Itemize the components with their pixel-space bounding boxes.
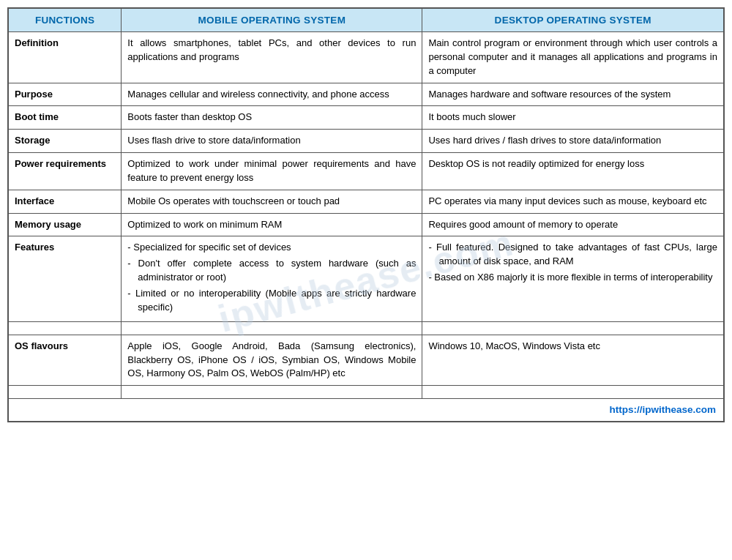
desktop-purpose: Manages hardware and software resources … <box>422 83 724 106</box>
table-header-row: FUNCTIONS MOBILE OPERATING SYSTEM DESKTO… <box>8 8 724 32</box>
table-row: Definition It allows smartphones, tablet… <box>8 32 724 83</box>
table-row: Memory usage Optimized to work on minimu… <box>8 213 724 236</box>
footer-link[interactable]: https://ipwithease.com <box>609 404 716 415</box>
function-purpose: Purpose <box>8 83 122 106</box>
function-memory: Memory usage <box>8 213 122 236</box>
mobile-os-flavours: Apple iOS, Google Android, Bada (Samsung… <box>122 335 422 386</box>
desktop-interface: PC operates via many input devices such … <box>422 190 724 213</box>
empty-row <box>8 321 724 335</box>
empty-row-2 <box>8 386 724 399</box>
mobile-features: Specialized for specific set of devices … <box>122 236 422 321</box>
desktop-os-flavours: Windows 10, MacOS, Windows Vista etc <box>422 335 724 386</box>
mobile-storage: Uses flash drive to store data/informati… <box>122 130 422 153</box>
mobile-memory: Optimized to work on minimum RAM <box>122 213 422 236</box>
header-functions: FUNCTIONS <box>8 8 122 32</box>
list-item: Based on X86 majorly it is more flexible… <box>428 271 717 285</box>
function-interface: Interface <box>8 190 122 213</box>
table-row: Interface Mobile Os operates with touchs… <box>8 190 724 213</box>
mobile-power: Optimized to work under minimal power re… <box>122 153 422 190</box>
function-os-flavours: OS flavours <box>8 335 122 386</box>
list-item: Limited or no interoperability (Mobile a… <box>127 287 416 315</box>
list-item: Specialized for specific set of devices <box>127 241 416 255</box>
function-definition: Definition <box>8 32 122 83</box>
function-boot-time: Boot time <box>8 106 122 130</box>
table-row: Purpose Manages cellular and wireless co… <box>8 83 724 106</box>
list-item: Don't offer complete access to system ha… <box>127 257 416 285</box>
table-row: Features Specialized for specific set of… <box>8 236 724 321</box>
function-features: Features <box>8 236 122 321</box>
table-row: Power requirements Optimized to work und… <box>8 153 724 190</box>
table-row: Boot time Boots faster than desktop OS I… <box>8 106 724 130</box>
desktop-features: Full featured. Designed to take advantag… <box>422 236 724 321</box>
desktop-definition: Main control program or environment thro… <box>422 32 724 83</box>
mobile-definition: It allows smartphones, tablet PCs, and o… <box>122 32 422 83</box>
header-mobile-os: MOBILE OPERATING SYSTEM <box>122 8 422 32</box>
list-item: Full featured. Designed to take advantag… <box>428 241 717 269</box>
table-row: Storage Uses flash drive to store data/i… <box>8 130 724 153</box>
table-row: OS flavours Apple iOS, Google Android, B… <box>8 335 724 386</box>
comparison-table: FUNCTIONS MOBILE OPERATING SYSTEM DESKTO… <box>7 7 725 422</box>
desktop-storage: Uses hard drives / flash drives to store… <box>422 130 724 153</box>
function-storage: Storage <box>8 130 122 153</box>
mobile-interface: Mobile Os operates with touchscreen or t… <box>122 190 422 213</box>
desktop-boot-time: It boots much slower <box>422 106 724 130</box>
footer-row: https://ipwithease.com <box>8 399 724 422</box>
desktop-memory: Requires good amount of memory to operat… <box>422 213 724 236</box>
function-power: Power requirements <box>8 153 122 190</box>
desktop-power: Desktop OS is not readily optimized for … <box>422 153 724 190</box>
header-desktop-os: DESKTOP OPERATING SYSTEM <box>422 8 724 32</box>
mobile-boot-time: Boots faster than desktop OS <box>122 106 422 130</box>
mobile-purpose: Manages cellular and wireless connectivi… <box>122 83 422 106</box>
